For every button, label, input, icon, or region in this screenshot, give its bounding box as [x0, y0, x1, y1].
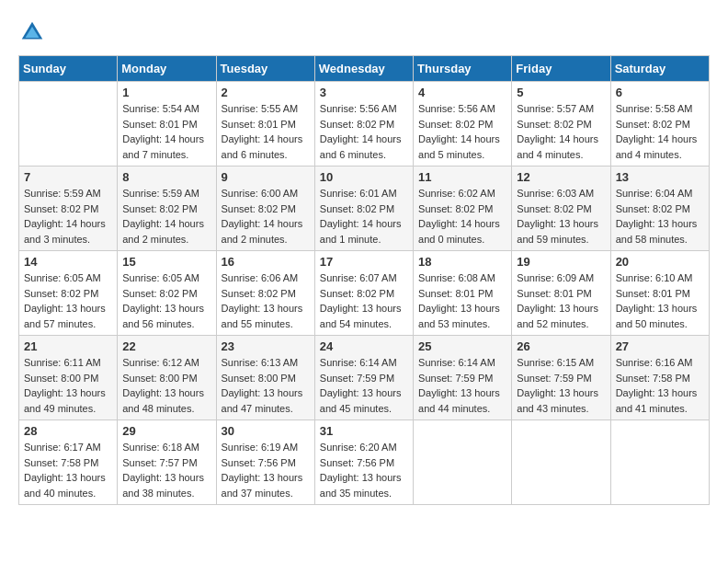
day-number: 31	[320, 424, 408, 438]
calendar-week-row: 28Sunrise: 6:17 AMSunset: 7:58 PMDayligh…	[19, 420, 710, 505]
day-info: Sunrise: 6:03 AMSunset: 8:02 PMDaylight:…	[517, 186, 605, 247]
day-info: Sunrise: 6:02 AMSunset: 8:02 PMDaylight:…	[418, 186, 506, 247]
calendar-week-row: 7Sunrise: 5:59 AMSunset: 8:02 PMDaylight…	[19, 167, 710, 251]
day-number: 13	[616, 170, 704, 184]
weekday-header-wednesday: Wednesday	[314, 56, 413, 82]
day-number: 10	[320, 170, 408, 184]
day-info: Sunrise: 6:19 AMSunset: 7:56 PMDaylight:…	[222, 440, 310, 500]
calendar-week-row: 21Sunrise: 6:11 AMSunset: 8:00 PMDayligh…	[19, 336, 710, 420]
weekday-header-thursday: Thursday	[414, 56, 512, 82]
day-info: Sunrise: 5:55 AMSunset: 8:01 PMDaylight:…	[222, 101, 310, 162]
calendar-cell: 19Sunrise: 6:09 AMSunset: 8:01 PMDayligh…	[512, 251, 610, 336]
calendar-cell: 1Sunrise: 5:54 AMSunset: 8:01 PMDaylight…	[118, 82, 216, 167]
day-info: Sunrise: 6:01 AMSunset: 8:02 PMDaylight:…	[320, 186, 408, 247]
day-info: Sunrise: 6:04 AMSunset: 8:02 PMDaylight:…	[616, 186, 704, 247]
calendar-cell: 14Sunrise: 6:05 AMSunset: 8:02 PMDayligh…	[19, 251, 118, 336]
calendar-cell: 17Sunrise: 6:07 AMSunset: 8:02 PMDayligh…	[314, 251, 413, 336]
day-info: Sunrise: 6:16 AMSunset: 7:58 PMDaylight:…	[616, 355, 704, 416]
weekday-header-friday: Friday	[512, 56, 610, 82]
page-header	[18, 18, 710, 46]
calendar-cell: 24Sunrise: 6:14 AMSunset: 7:59 PMDayligh…	[314, 336, 413, 420]
calendar-cell: 13Sunrise: 6:04 AMSunset: 8:02 PMDayligh…	[610, 167, 709, 251]
day-info: Sunrise: 5:56 AMSunset: 8:02 PMDaylight:…	[320, 101, 408, 162]
calendar-cell	[512, 420, 610, 505]
day-info: Sunrise: 6:11 AMSunset: 8:00 PMDaylight:…	[24, 355, 112, 416]
day-number: 11	[418, 170, 506, 184]
calendar-cell: 3Sunrise: 5:56 AMSunset: 8:02 PMDaylight…	[314, 82, 413, 167]
calendar-cell: 29Sunrise: 6:18 AMSunset: 7:57 PMDayligh…	[118, 420, 216, 505]
day-number: 19	[517, 255, 605, 269]
day-number: 12	[517, 170, 605, 184]
calendar-cell: 11Sunrise: 6:02 AMSunset: 8:02 PMDayligh…	[414, 167, 512, 251]
day-info: Sunrise: 6:14 AMSunset: 7:59 PMDaylight:…	[320, 355, 408, 416]
calendar-cell: 6Sunrise: 5:58 AMSunset: 8:02 PMDaylight…	[610, 82, 709, 167]
logo	[18, 18, 50, 46]
calendar-cell: 2Sunrise: 5:55 AMSunset: 8:01 PMDaylight…	[216, 82, 314, 167]
calendar-cell: 12Sunrise: 6:03 AMSunset: 8:02 PMDayligh…	[512, 167, 610, 251]
day-number: 29	[122, 424, 210, 438]
calendar-cell: 9Sunrise: 6:00 AMSunset: 8:02 PMDaylight…	[216, 167, 314, 251]
day-info: Sunrise: 6:13 AMSunset: 8:00 PMDaylight:…	[222, 355, 310, 416]
day-number: 25	[418, 339, 506, 353]
calendar-week-row: 14Sunrise: 6:05 AMSunset: 8:02 PMDayligh…	[19, 251, 710, 336]
calendar-cell: 25Sunrise: 6:14 AMSunset: 7:59 PMDayligh…	[414, 336, 512, 420]
weekday-header-saturday: Saturday	[610, 56, 709, 82]
calendar-cell: 18Sunrise: 6:08 AMSunset: 8:01 PMDayligh…	[414, 251, 512, 336]
day-number: 8	[122, 170, 210, 184]
day-number: 1	[122, 86, 210, 99]
day-number: 20	[616, 255, 704, 269]
logo-icon	[18, 18, 46, 46]
calendar-cell: 10Sunrise: 6:01 AMSunset: 8:02 PMDayligh…	[314, 167, 413, 251]
day-number: 15	[122, 255, 210, 269]
day-number: 24	[320, 339, 408, 353]
day-number: 23	[222, 339, 310, 353]
calendar-cell: 23Sunrise: 6:13 AMSunset: 8:00 PMDayligh…	[216, 336, 314, 420]
calendar-cell: 27Sunrise: 6:16 AMSunset: 7:58 PMDayligh…	[610, 336, 709, 420]
calendar-cell: 30Sunrise: 6:19 AMSunset: 7:56 PMDayligh…	[216, 420, 314, 505]
day-number: 21	[24, 339, 112, 353]
day-info: Sunrise: 5:54 AMSunset: 8:01 PMDaylight:…	[122, 101, 210, 162]
day-number: 3	[320, 86, 408, 99]
day-number: 28	[24, 424, 112, 438]
calendar-cell: 5Sunrise: 5:57 AMSunset: 8:02 PMDaylight…	[512, 82, 610, 167]
calendar-cell: 7Sunrise: 5:59 AMSunset: 8:02 PMDaylight…	[19, 167, 118, 251]
day-info: Sunrise: 6:10 AMSunset: 8:01 PMDaylight:…	[616, 270, 704, 331]
day-info: Sunrise: 6:15 AMSunset: 7:59 PMDaylight:…	[517, 355, 605, 416]
day-info: Sunrise: 6:06 AMSunset: 8:02 PMDaylight:…	[222, 270, 310, 331]
day-info: Sunrise: 5:59 AMSunset: 8:02 PMDaylight:…	[122, 186, 210, 247]
day-number: 17	[320, 255, 408, 269]
day-number: 30	[222, 424, 310, 438]
calendar-cell: 20Sunrise: 6:10 AMSunset: 8:01 PMDayligh…	[610, 251, 709, 336]
calendar-cell: 26Sunrise: 6:15 AMSunset: 7:59 PMDayligh…	[512, 336, 610, 420]
calendar-cell: 28Sunrise: 6:17 AMSunset: 7:58 PMDayligh…	[19, 420, 118, 505]
day-number: 16	[222, 255, 310, 269]
calendar-table: SundayMondayTuesdayWednesdayThursdayFrid…	[18, 55, 710, 505]
day-info: Sunrise: 5:56 AMSunset: 8:02 PMDaylight:…	[418, 101, 506, 162]
day-info: Sunrise: 6:07 AMSunset: 8:02 PMDaylight:…	[320, 270, 408, 331]
day-number: 22	[122, 339, 210, 353]
calendar-cell	[19, 82, 118, 167]
calendar-cell: 22Sunrise: 6:12 AMSunset: 8:00 PMDayligh…	[118, 336, 216, 420]
weekday-header-row: SundayMondayTuesdayWednesdayThursdayFrid…	[19, 56, 710, 82]
calendar-week-row: 1Sunrise: 5:54 AMSunset: 8:01 PMDaylight…	[19, 82, 710, 167]
day-number: 14	[24, 255, 112, 269]
day-info: Sunrise: 5:57 AMSunset: 8:02 PMDaylight:…	[517, 101, 605, 162]
day-info: Sunrise: 6:14 AMSunset: 7:59 PMDaylight:…	[418, 355, 506, 416]
day-number: 6	[616, 86, 704, 99]
day-number: 18	[418, 255, 506, 269]
day-number: 9	[222, 170, 310, 184]
day-number: 27	[616, 339, 704, 353]
calendar-cell: 16Sunrise: 6:06 AMSunset: 8:02 PMDayligh…	[216, 251, 314, 336]
calendar-cell	[414, 420, 512, 505]
day-number: 5	[517, 86, 605, 99]
day-info: Sunrise: 6:12 AMSunset: 8:00 PMDaylight:…	[122, 355, 210, 416]
calendar-cell: 21Sunrise: 6:11 AMSunset: 8:00 PMDayligh…	[19, 336, 118, 420]
day-info: Sunrise: 6:00 AMSunset: 8:02 PMDaylight:…	[222, 186, 310, 247]
day-info: Sunrise: 6:08 AMSunset: 8:01 PMDaylight:…	[418, 270, 506, 331]
day-number: 7	[24, 170, 112, 184]
day-info: Sunrise: 6:18 AMSunset: 7:57 PMDaylight:…	[122, 440, 210, 500]
weekday-header-monday: Monday	[118, 56, 216, 82]
day-info: Sunrise: 6:09 AMSunset: 8:01 PMDaylight:…	[517, 270, 605, 331]
day-info: Sunrise: 6:05 AMSunset: 8:02 PMDaylight:…	[24, 270, 112, 331]
calendar-cell	[610, 420, 709, 505]
